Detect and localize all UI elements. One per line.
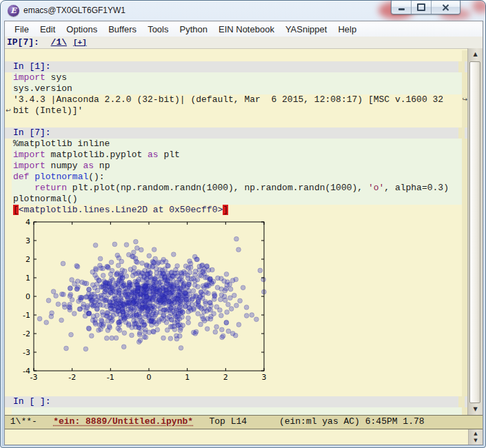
minimize-button[interactable] xyxy=(392,1,412,14)
matplotlib-figure: -3-2-10123-4-3-2-101234 xyxy=(12,216,462,385)
menu-item-edit[interactable]: Edit xyxy=(34,23,61,36)
menu-item-yasnippet[interactable]: YASnippet xyxy=(280,23,332,36)
code-token: def xyxy=(13,172,29,182)
code-token xyxy=(13,183,34,193)
left-fringe xyxy=(5,407,12,415)
line-wrap-continuation-icon: ↩ xyxy=(5,105,12,116)
header-prefix: IP[7]: xyxy=(7,37,45,48)
svg-text:-1: -1 xyxy=(107,373,114,382)
menu-item-options[interactable]: Options xyxy=(61,23,103,36)
left-fringe xyxy=(5,150,12,161)
menu-item-python[interactable]: Python xyxy=(174,23,212,36)
new-sheet-link[interactable]: [+] xyxy=(73,39,87,47)
svg-text:-3: -3 xyxy=(30,373,38,382)
left-fringe xyxy=(5,161,12,172)
svg-text:-4: -4 xyxy=(23,367,30,376)
buffer-line-code[interactable]: plotnormal() xyxy=(5,194,468,205)
menu-item-help[interactable]: Help xyxy=(332,23,362,36)
mode-line[interactable]: 1\**- *ein: 8889/Untitled.ipynb* Top L14… xyxy=(5,415,483,429)
code-token: ] xyxy=(223,205,228,215)
titlebar[interactable]: E emacs@TX0GLT6GF1YW1 xyxy=(1,1,485,21)
buffer-line-output[interactable]: '3.4.3 |Anaconda 2.2.0 (32-bit)| (defaul… xyxy=(5,94,468,105)
code-token: np xyxy=(94,161,110,171)
left-fringe xyxy=(5,94,12,105)
left-fringe xyxy=(5,128,12,139)
emacs-icon: E xyxy=(8,5,19,17)
menu-item-tools[interactable]: Tools xyxy=(142,23,174,36)
buffer-line-code[interactable]: sys.version xyxy=(5,83,468,94)
scrollbar-down-arrow[interactable]: ▼ xyxy=(468,405,483,414)
scrollbar-up-arrow[interactable]: ▲ xyxy=(468,50,483,59)
left-fringe xyxy=(5,396,12,407)
modeline-modes: (ein:ml yas AC) xyxy=(279,416,360,429)
minimize-icon xyxy=(398,8,405,10)
buffer-line-output[interactable]: ↩bit (Intel)]' xyxy=(5,105,468,116)
code-token: , alpha=0.3) xyxy=(384,183,449,193)
left-fringe xyxy=(5,194,12,205)
code-token: sys xyxy=(45,72,67,83)
left-fringe xyxy=(5,216,12,385)
cell-prompt: In [1]: xyxy=(13,61,54,72)
notebook-header-line: IP[7]: /1\ [+] xyxy=(5,37,483,49)
caption-button-group xyxy=(391,1,460,14)
buffer-line-code[interactable] xyxy=(5,407,468,415)
menu-item-buffers[interactable]: Buffers xyxy=(103,23,142,36)
code-token: numpy xyxy=(45,161,83,171)
buffer-line-code[interactable]: return plt.plot(np.random.randn(1000), n… xyxy=(5,183,468,194)
code-token: <matplotlib.lines.Line2D at 0x50ecff0> xyxy=(19,205,223,215)
code-token: %matplotlib inline xyxy=(13,139,110,149)
right-fringe xyxy=(458,128,465,139)
left-fringe xyxy=(5,385,12,396)
notebook-sheet-link[interactable]: /1\ xyxy=(51,37,67,48)
code-token: (): xyxy=(88,172,104,182)
vertical-scrollbar[interactable]: ▲ ▼ xyxy=(467,48,483,415)
menu-item-file[interactable]: File xyxy=(9,23,34,36)
left-fringe xyxy=(5,72,12,83)
menu-bar: FileEditOptionsBuffersToolsPythonEIN Not… xyxy=(5,21,483,37)
buffer-line-blank[interactable] xyxy=(5,116,468,128)
notebook-buffer[interactable]: In [1]:import syssys.version'3.4.3 |Anac… xyxy=(5,48,468,415)
buffer-line-blank[interactable] xyxy=(5,385,468,396)
buffer-line-prompt[interactable]: In [1]: xyxy=(5,61,468,72)
left-fringe xyxy=(5,139,12,150)
svg-text:-1: -1 xyxy=(23,311,30,320)
scrollbar-thumb[interactable] xyxy=(469,61,480,403)
minibuffer-scrollbar[interactable]: ▲ ▼ xyxy=(468,429,483,445)
buffer-line-output[interactable]: [<matplotlib.lines.Line2D at 0x50ecff0>] xyxy=(5,205,468,216)
echo-area[interactable]: ▲ ▼ xyxy=(5,429,483,445)
left-fringe xyxy=(5,205,12,216)
buffer-line-blank[interactable] xyxy=(5,50,468,61)
maximize-button[interactable] xyxy=(412,1,432,14)
code-token: plt xyxy=(159,150,180,160)
buffer-line-figure[interactable]: -3-2-10123-4-3-2-101234 xyxy=(5,216,468,385)
minibuffer-scroll-down-arrow[interactable]: ▼ xyxy=(474,438,477,443)
buffer-line-prompt[interactable]: In [ ]: xyxy=(5,396,468,407)
modeline-buffer-name: *ein: 8889/Untitled.ipynb* xyxy=(53,416,193,429)
buffer-line-code[interactable]: %matplotlib inline xyxy=(5,139,468,150)
scatter-plot: -3-2-10123-4-3-2-101234 xyxy=(13,217,270,385)
code-token: as xyxy=(83,161,94,171)
buffer-line-code[interactable]: import numpy as np xyxy=(5,161,468,172)
window-title: emacs@TX0GLT6GF1YW1 xyxy=(23,6,125,15)
modeline-clock: 6:45PM xyxy=(360,416,403,429)
close-button[interactable] xyxy=(432,1,460,14)
code-token: plotnormal xyxy=(34,172,88,182)
left-fringe xyxy=(5,50,12,61)
buffer-line-prompt[interactable]: In [7]: xyxy=(5,128,468,139)
close-icon xyxy=(442,4,449,11)
code-token: 'o' xyxy=(368,183,384,193)
code-token: import xyxy=(13,72,45,83)
code-token: matplotlib.pyplot xyxy=(45,150,148,160)
minibuffer-scroll-up-arrow[interactable]: ▲ xyxy=(474,431,477,436)
svg-text:-2: -2 xyxy=(68,373,76,382)
svg-text:-2: -2 xyxy=(23,329,30,338)
buffer-line-code[interactable]: def plotnormal(): xyxy=(5,172,468,183)
maximize-icon xyxy=(417,3,425,11)
svg-text:3: 3 xyxy=(262,373,267,382)
code-token: import xyxy=(13,150,45,160)
code-token: bit (Intel)]' xyxy=(13,105,83,116)
buffer-line-code[interactable]: import matplotlib.pyplot as plt xyxy=(5,150,468,161)
left-fringe xyxy=(5,116,12,128)
buffer-line-code[interactable]: import sys xyxy=(5,72,468,83)
menu-item-ein-notebook[interactable]: EIN Notebook xyxy=(213,23,280,36)
